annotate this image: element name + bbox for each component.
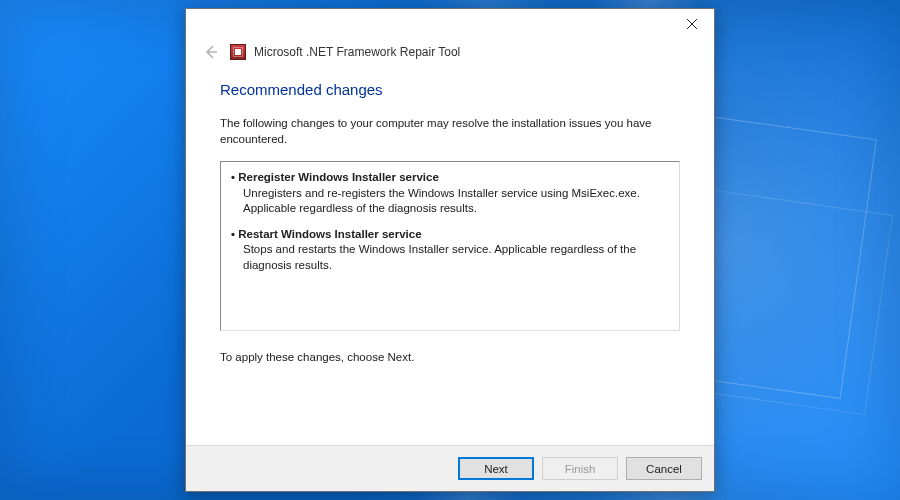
next-button[interactable]: Next (458, 457, 534, 480)
app-icon (230, 44, 246, 60)
close-icon (687, 19, 697, 29)
change-title: Reregister Windows Installer service (231, 170, 669, 186)
changes-listbox[interactable]: Reregister Windows Installer service Unr… (220, 161, 680, 331)
wizard-footer: Next Finish Cancel (186, 445, 714, 491)
finish-button: Finish (542, 457, 618, 480)
change-title: Restart Windows Installer service (231, 227, 669, 243)
wizard-header: Microsoft .NET Framework Repair Tool (186, 35, 714, 63)
page-intro: The following changes to your computer m… (220, 116, 680, 147)
page-heading: Recommended changes (220, 81, 680, 98)
wizard-content: Recommended changes The following change… (186, 63, 714, 445)
back-button (200, 41, 222, 63)
back-arrow-icon (203, 44, 219, 60)
change-desc: Stops and restarts the Windows Installer… (231, 242, 669, 273)
list-item: Reregister Windows Installer service Unr… (231, 170, 669, 217)
repair-tool-window: Microsoft .NET Framework Repair Tool Rec… (185, 8, 715, 492)
apply-note: To apply these changes, choose Next. (220, 351, 680, 363)
cancel-button[interactable]: Cancel (626, 457, 702, 480)
list-item: Restart Windows Installer service Stops … (231, 227, 669, 274)
window-title: Microsoft .NET Framework Repair Tool (254, 45, 460, 59)
change-desc: Unregisters and re-registers the Windows… (231, 186, 669, 217)
